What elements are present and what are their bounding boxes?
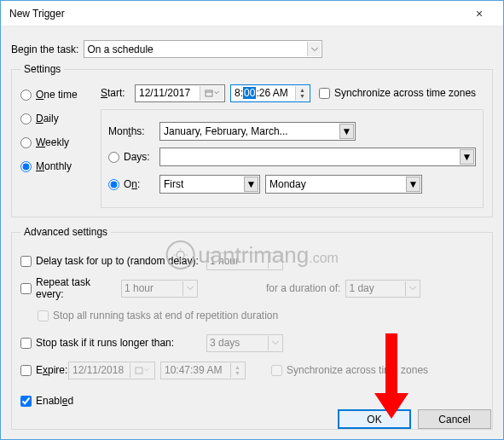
begin-task-combo[interactable]: On a schedule xyxy=(84,40,322,58)
start-time-pre: 8: xyxy=(235,87,243,99)
sync-tz-check[interactable]: Synchronize across time zones xyxy=(319,85,476,101)
svg-rect-2 xyxy=(136,368,142,373)
svg-rect-0 xyxy=(206,90,212,96)
expire-check[interactable]: Expire: xyxy=(20,362,68,378)
begin-task-value: On a schedule xyxy=(87,43,153,55)
expire-time-spinner: 10:47:39 AM ▲▼ xyxy=(160,362,246,379)
on-day-combo[interactable]: Monday ▼ xyxy=(265,175,422,194)
start-label: Start: xyxy=(101,87,130,99)
radio-onetime[interactable]: One time xyxy=(20,87,94,102)
radio-daily[interactable]: Daily xyxy=(20,111,94,126)
months-combo[interactable]: January, February, March... ▼ xyxy=(159,122,356,141)
advanced-legend: Advanced settings xyxy=(20,226,111,238)
months-label: Months: xyxy=(108,125,159,137)
chevron-down-icon xyxy=(307,42,321,56)
stop-repeat-check: Stop all running tasks at end of repetit… xyxy=(38,308,278,323)
chevron-down-icon: ▼ xyxy=(244,177,258,192)
radio-on[interactable]: On: xyxy=(108,177,159,192)
months-value: January, February, March... xyxy=(164,125,288,137)
titlebar: New Trigger × xyxy=(1,1,503,26)
cancel-button[interactable]: Cancel xyxy=(418,409,491,429)
radio-weekly[interactable]: Weekly xyxy=(20,135,94,150)
spinner-buttons-icon[interactable]: ▲▼ xyxy=(295,86,309,101)
settings-group: Settings One time Daily Weekly Monthly S… xyxy=(11,63,493,217)
chevron-down-icon xyxy=(268,336,281,350)
days-combo[interactable]: ▼ xyxy=(159,148,476,166)
enabled-check[interactable]: Enabled xyxy=(20,393,73,408)
start-time-selected: 00 xyxy=(243,87,256,99)
start-time-post: :26 AM xyxy=(256,87,287,99)
expire-date-picker: 12/11/2018 xyxy=(68,362,155,379)
frequency-radios: One time Daily Weekly Monthly xyxy=(20,82,94,208)
dialog-buttons: OK Cancel xyxy=(338,409,491,429)
on-ordinal-combo[interactable]: First ▼ xyxy=(159,175,260,194)
chevron-down-icon: ▼ xyxy=(339,124,354,139)
monthly-panel: Months: January, February, March... ▼ Da… xyxy=(101,109,484,208)
delay-check[interactable]: Delay task for up to (random delay): xyxy=(20,253,206,269)
repeat-check[interactable]: Repeat task every: xyxy=(20,281,121,296)
radio-days[interactable]: Days: xyxy=(108,149,159,165)
dialog-body: Begin the task: On a schedule Settings O… xyxy=(1,26,503,439)
chevron-down-icon xyxy=(182,281,196,296)
calendar-icon xyxy=(200,86,223,101)
repeat-combo: 1 hour xyxy=(121,280,198,298)
advanced-group: Advanced settings Delay task for up to (… xyxy=(11,226,493,430)
chevron-down-icon xyxy=(268,254,281,269)
window-title: New Trigger xyxy=(9,8,462,20)
stop-long-check[interactable]: Stop task if it runs longer than: xyxy=(20,335,206,350)
on-ordinal-value: First xyxy=(164,178,183,190)
chevron-down-icon: ▼ xyxy=(460,149,474,165)
duration-label: for a duration of: xyxy=(266,282,340,294)
close-icon[interactable]: × xyxy=(462,7,496,20)
begin-label: Begin the task: xyxy=(11,43,78,55)
start-date-value: 12/11/2017 xyxy=(139,87,190,99)
chevron-down-icon: ▼ xyxy=(406,177,420,192)
expire-sync-check: Synchronize across time zones xyxy=(271,362,428,378)
delay-combo: 1 hour xyxy=(206,252,283,270)
spinner-buttons-icon: ▲▼ xyxy=(230,363,244,378)
stop-long-combo: 3 days xyxy=(206,334,283,352)
on-day-value: Monday xyxy=(269,178,306,190)
start-time-spinner[interactable]: 8:00:26 AM ▲▼ xyxy=(230,84,310,102)
ok-button[interactable]: OK xyxy=(338,409,411,429)
settings-legend: Settings xyxy=(20,63,64,75)
calendar-icon xyxy=(130,363,154,378)
start-date-picker[interactable]: 12/11/2017 xyxy=(135,84,225,102)
chevron-down-icon xyxy=(405,281,419,296)
radio-monthly[interactable]: Monthly xyxy=(20,159,94,174)
duration-combo: 1 day xyxy=(345,280,420,298)
